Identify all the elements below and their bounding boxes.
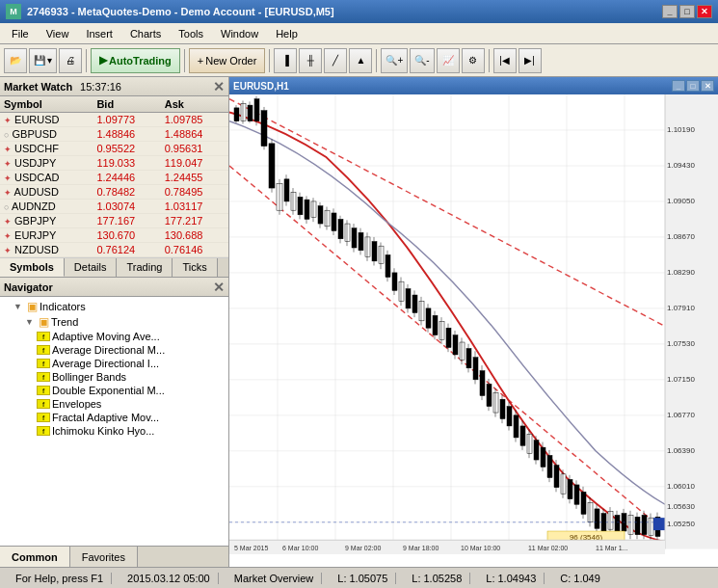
indicators-btn[interactable]: 📈 (437, 48, 460, 73)
chart-canvas[interactable]: 1.05722 96 (3546) 1.10190 1.09430 1.0905… (229, 94, 718, 567)
tree-trend[interactable]: ▼ ▣ Trend (2, 314, 226, 330)
market-watch-title-area: Market Watch 15:37:16 (4, 81, 121, 93)
mdi-minimize[interactable]: _ (672, 80, 685, 92)
menu-charts[interactable]: Charts (122, 26, 169, 41)
svg-rect-70 (399, 281, 404, 301)
market-watch-table: Symbol Bid Ask ✦ EURUSD 1.09773 1.09785○… (0, 96, 228, 257)
mdi-controls[interactable]: _ □ ✕ (672, 80, 714, 92)
chart-bar-btn[interactable]: ▐ (274, 48, 297, 73)
market-row[interactable]: ✦ GBPJPY 177.167 177.217 (0, 214, 228, 228)
tab-symbols[interactable]: Symbols (0, 258, 65, 277)
nav-tab-common[interactable]: Common (0, 547, 70, 567)
autotrading-label: AutoTrading (109, 55, 172, 67)
menu-view[interactable]: View (39, 26, 77, 41)
autotrading-btn[interactable]: ▶ AutoTrading (91, 48, 180, 73)
toolbar-print[interactable]: 🖨 (59, 48, 82, 73)
scroll-end-btn[interactable]: ▶| (519, 48, 542, 73)
symbol-cell: ○ AUDNZD (0, 200, 93, 214)
market-row[interactable]: ✦ USDCAD 1.24446 1.24455 (0, 171, 228, 185)
indicator-icon-1: f (37, 332, 50, 341)
mdi-title-bar: EURUSD,H1 _ □ ✕ (229, 77, 718, 94)
tree-ichimoku[interactable]: f Ichimoku Kinko Hyo... (2, 424, 226, 438)
symbol-cell: ✦ AUDUSD (0, 185, 93, 200)
navigator-close[interactable]: ✕ (213, 281, 225, 294)
tree-fractal[interactable]: f Fractal Adaptive Mov... (2, 411, 226, 424)
ask-cell: 1.48864 (161, 127, 228, 142)
svg-rect-78 (426, 308, 431, 328)
tree-bollinger[interactable]: f Bollinger Bands (2, 370, 226, 384)
app-icon: M (6, 4, 21, 19)
bid-cell: 119.033 (93, 156, 160, 171)
chart-area-btn[interactable]: ▲ (349, 48, 372, 73)
minimize-btn[interactable]: _ (662, 5, 678, 18)
tab-details[interactable]: Details (65, 258, 118, 277)
status-price2: L: 1.05258 (404, 573, 470, 584)
market-watch-close[interactable]: ✕ (213, 80, 225, 94)
svg-text:1.09050: 1.09050 (667, 197, 695, 205)
menu-help[interactable]: Help (268, 26, 306, 41)
svg-rect-112 (541, 447, 545, 467)
svg-rect-108 (527, 434, 532, 453)
menu-file[interactable]: File (4, 26, 37, 41)
close-btn[interactable]: ✕ (697, 5, 712, 18)
ask-cell: 130.688 (161, 228, 228, 243)
toolbar-open[interactable]: 📂 (4, 48, 27, 73)
ask-cell: 1.09785 (161, 113, 228, 127)
print-icon: 🖨 (66, 55, 75, 66)
svg-rect-88 (460, 342, 465, 360)
maximize-btn[interactable]: □ (679, 5, 695, 18)
zoom-in-btn[interactable]: 🔍+ (381, 48, 408, 73)
svg-rect-56 (352, 228, 357, 248)
menu-tools[interactable]: Tools (171, 26, 211, 41)
symbol-cell: ✦ USDCAD (0, 171, 93, 185)
menu-window[interactable]: Window (213, 26, 266, 41)
tab-trading[interactable]: Trading (117, 258, 173, 277)
market-row[interactable]: ✦ USDCHF 0.95522 0.95631 (0, 142, 228, 156)
svg-text:1.05630: 1.05630 (667, 502, 695, 511)
title-controls[interactable]: _ □ ✕ (662, 5, 712, 18)
svg-rect-124 (581, 492, 586, 514)
left-panel: Market Watch 15:37:16 ✕ Symbol Bid Ask ✦… (0, 77, 229, 567)
scroll-start-btn[interactable]: |◀ (493, 48, 517, 73)
title-bar: M 2746933 - MetaQuotes-Demo - Demo Accou… (0, 0, 718, 23)
tree-avg-directional-1[interactable]: f Average Directional M... (2, 343, 226, 357)
market-row[interactable]: ✦ AUDUSD 0.78482 0.78495 (0, 185, 228, 200)
tab-ticks[interactable]: Ticks (173, 258, 217, 277)
trend-label: Trend (51, 316, 78, 328)
tree-indicators[interactable]: ▼ ▣ Indicators (2, 299, 226, 314)
menu-insert[interactable]: Insert (78, 26, 120, 41)
tree-avg-directional-2[interactable]: f Average Directional I... (2, 357, 226, 370)
nav-tab-favorites[interactable]: Favorites (70, 547, 138, 567)
svg-text:10 Mar 10:00: 10 Mar 10:00 (461, 546, 500, 552)
market-row[interactable]: ✦ EURJPY 130.670 130.688 (0, 228, 228, 243)
toolbar-save[interactable]: 💾▾ (29, 48, 57, 73)
tree-double-exp[interactable]: f Double Exponential M... (2, 384, 226, 397)
zoom-out-btn[interactable]: 🔍- (410, 48, 434, 73)
market-row[interactable]: ○ AUDNZD 1.03074 1.03117 (0, 200, 228, 214)
market-row[interactable]: ✦ EURUSD 1.09773 1.09785 (0, 113, 228, 127)
zoom-in-icon: 🔍+ (386, 55, 403, 66)
symbol-cell: ✦ EURUSD (0, 113, 93, 127)
chart-line-btn[interactable]: ╱ (324, 48, 347, 73)
chart-candle-btn[interactable]: ╫ (299, 48, 322, 73)
new-order-btn[interactable]: + New Order (189, 48, 266, 73)
bid-cell: 0.95522 (93, 142, 160, 156)
tree-adaptive-moving[interactable]: f Adaptive Moving Ave... (2, 330, 226, 343)
main-layout: Market Watch 15:37:16 ✕ Symbol Bid Ask ✦… (0, 77, 718, 567)
svg-rect-42 (305, 200, 309, 219)
market-row[interactable]: ✦ NZDUSD 0.76124 0.76146 (0, 243, 228, 257)
sep1 (86, 49, 87, 72)
bid-cell: 1.03074 (93, 200, 160, 214)
svg-rect-76 (419, 301, 424, 320)
bid-cell: 0.78482 (93, 185, 160, 200)
svg-rect-82 (439, 322, 444, 339)
mdi-close[interactable]: ✕ (701, 80, 714, 92)
market-row[interactable]: ○ GBPUSD 1.48846 1.48864 (0, 127, 228, 142)
svg-rect-96 (487, 384, 492, 406)
navigator-bottom-tabs: Common Favorites (0, 546, 228, 567)
tree-envelopes[interactable]: f Envelopes (2, 397, 226, 411)
chart-area[interactable]: EURUSD,H1 _ □ ✕ (229, 77, 718, 567)
properties-btn[interactable]: ⚙ (462, 48, 485, 73)
market-row[interactable]: ✦ USDJPY 119.033 119.047 (0, 156, 228, 171)
mdi-maximize[interactable]: □ (686, 80, 700, 92)
